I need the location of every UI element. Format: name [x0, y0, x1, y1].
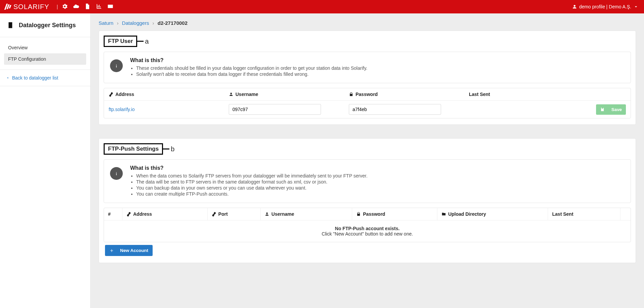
info-bullet: These credentials should be filled in yo…: [136, 65, 367, 71]
logo-bars-icon: [5, 4, 11, 10]
card-icon[interactable]: [107, 3, 114, 11]
info-title: What is this?: [130, 165, 368, 171]
save-label: Save: [611, 107, 622, 112]
caret-down-icon: [633, 4, 639, 9]
lock-icon: [349, 92, 354, 97]
ftp-push-info: What is this? When the data comes to Sol…: [104, 159, 631, 203]
annotation-a: a: [145, 38, 149, 45]
col-username: Username: [235, 92, 258, 97]
topbar-separator: |: [57, 4, 58, 9]
ftp-user-card: FTP User a What is this? These credentia…: [99, 31, 636, 125]
ftp-user-title: FTP User a: [104, 36, 137, 47]
breadcrumb-current: d2-27170002: [158, 20, 187, 26]
ftp-push-title: FTP-Push Settings b: [104, 143, 163, 155]
chevron-left-icon: [6, 76, 9, 80]
ftp-username-input[interactable]: [229, 104, 321, 115]
col-port: Port: [218, 211, 228, 217]
file-icon[interactable]: [84, 3, 91, 11]
col-address: Address: [115, 92, 134, 97]
info-bullet: When the data comes to Solarify FTP serv…: [136, 173, 368, 178]
info-bullet: You can backup data in your own servers …: [136, 185, 368, 191]
brand-logo[interactable]: SOLARIFY: [5, 3, 49, 11]
empty-line-1: No FTP-Push account exists.: [109, 226, 625, 231]
breadcrumb-saturn[interactable]: Saturn: [99, 20, 113, 26]
folder-icon: [441, 212, 446, 216]
col-upload-directory: Upload Directory: [448, 211, 486, 217]
ftp-password-input[interactable]: [349, 104, 441, 115]
col-password: Password: [363, 211, 385, 217]
annotation-b: b: [171, 145, 174, 153]
user-icon: [265, 212, 269, 216]
back-label: Back to datalogger list: [12, 75, 58, 81]
save-button[interactable]: Save: [596, 104, 626, 115]
info-icon: [110, 167, 123, 180]
sidebar-item-ftp-configuration[interactable]: FTP Configuration: [4, 53, 86, 65]
chart-icon[interactable]: [96, 3, 102, 11]
sidebar-header: Datalogger Settings: [0, 13, 90, 37]
profile-menu[interactable]: demo profile | Demo A.Ş.: [572, 4, 639, 9]
breadcrumb-dataloggers[interactable]: Dataloggers: [122, 20, 149, 26]
sidebar-title: Datalogger Settings: [19, 22, 76, 29]
main-content: Saturn › Dataloggers › d2-27170002 FTP U…: [91, 13, 644, 308]
empty-line-2: Click "New Account" button to add new on…: [109, 231, 625, 237]
link-icon: [126, 212, 131, 216]
chip-icon: [6, 21, 15, 30]
ftp-push-table: # Address Port Username Password Upload …: [104, 208, 631, 242]
cloud-icon[interactable]: [73, 3, 79, 11]
link-icon: [109, 92, 113, 97]
settings-icon[interactable]: [61, 3, 68, 11]
ftp-user-table: Address Username Password Last Sent ftp.…: [104, 88, 631, 118]
col-address: Address: [133, 211, 152, 217]
breadcrumb: Saturn › Dataloggers › d2-27170002: [99, 20, 636, 26]
info-bullet: The data will be sent to FTP servers in …: [136, 179, 368, 185]
sidebar: Datalogger Settings Overview FTP Configu…: [0, 13, 91, 308]
profile-label: demo profile | Demo A.Ş.: [579, 4, 631, 9]
save-icon: [600, 107, 605, 112]
plus-icon: [109, 248, 114, 253]
sidebar-item-overview[interactable]: Overview: [4, 42, 86, 53]
col-last-sent: Last Sent: [469, 92, 490, 97]
ftp-address-link[interactable]: ftp.solarify.io: [109, 107, 135, 112]
link-icon: [212, 212, 216, 216]
col-number: #: [108, 211, 111, 217]
user-icon: [572, 4, 577, 9]
back-to-datalogger-list[interactable]: Back to datalogger list: [0, 70, 90, 86]
topbar: SOLARIFY | demo profile | Demo A.Ş.: [0, 0, 644, 13]
ftp-user-info: What is this? These credentials should b…: [104, 52, 631, 83]
brand-text: SOLARIFY: [13, 3, 49, 11]
info-bullet: You can create multiple FTP-Push account…: [136, 191, 368, 197]
info-title: What is this?: [130, 57, 367, 63]
info-icon: [110, 59, 123, 72]
col-last-sent: Last Sent: [552, 211, 573, 217]
col-username: Username: [271, 211, 294, 217]
info-bullet: Solarify won't able to receive data from…: [136, 71, 367, 77]
user-icon: [229, 92, 233, 97]
new-account-button[interactable]: New Account: [105, 245, 153, 256]
new-account-label: New Account: [120, 248, 148, 253]
ftp-push-card: FTP-Push Settings b What is this? When t…: [99, 138, 636, 263]
lock-icon: [356, 212, 361, 216]
col-password: Password: [356, 92, 378, 97]
